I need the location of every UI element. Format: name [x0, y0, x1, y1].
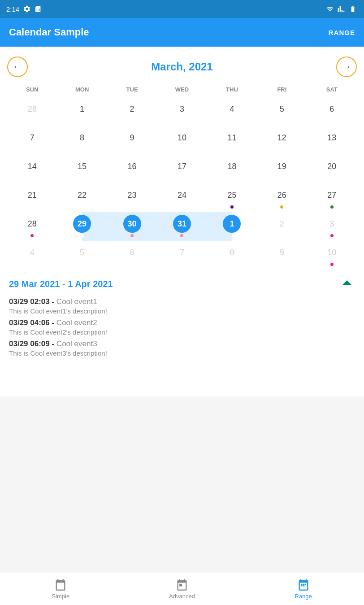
cal-cell-apr6[interactable]: 6 — [107, 241, 157, 270]
battery-icon — [348, 5, 358, 13]
cal-number-apr10: 10 — [323, 244, 341, 261]
cal-cell-28[interactable]: 28 — [7, 212, 57, 241]
bottom-nav: Simple Advanced Range — [0, 573, 364, 605]
cal-cell-5[interactable]: 5 — [257, 97, 307, 126]
day-header-thu: THU — [207, 84, 257, 95]
cal-number-13: 13 — [323, 129, 341, 147]
cal-cell-9[interactable]: 9 — [107, 126, 157, 155]
cal-cell-30[interactable]: 30 — [107, 212, 157, 241]
event-title-3: 03/29 06:09 - Cool event3 — [9, 339, 355, 348]
status-right — [325, 5, 358, 13]
signal-icon — [337, 5, 345, 13]
cal-cell-14[interactable]: 14 — [7, 155, 57, 183]
cal-number-apr1: 1 — [223, 215, 241, 233]
cal-cell-8[interactable]: 8 — [57, 126, 107, 155]
cal-cell-17[interactable]: 17 — [157, 155, 207, 183]
dot-green-27 — [330, 205, 334, 209]
cal-number-apr5: 5 — [73, 244, 91, 261]
cal-cell-apr1[interactable]: 1 — [207, 212, 257, 241]
dot-pink-28 — [30, 234, 34, 237]
cal-cell-apr7[interactable]: 7 — [157, 241, 207, 270]
cal-cell-11[interactable]: 11 — [207, 126, 257, 155]
cal-number-apr9: 9 — [273, 244, 291, 261]
cal-number-apr3: 3 — [323, 215, 341, 233]
cal-cell-15[interactable]: 15 — [57, 155, 107, 183]
cal-cell-apr8[interactable]: 8 — [207, 241, 257, 270]
cal-number-29: 29 — [73, 215, 91, 233]
cal-cell-12[interactable]: 12 — [257, 126, 307, 155]
dots-apr3 — [330, 234, 334, 237]
cal-number-6: 6 — [323, 100, 341, 118]
nav-label-range: Range — [295, 593, 312, 600]
cal-cell-2[interactable]: 2 — [107, 97, 157, 126]
day-header-sat: SAT — [307, 84, 357, 95]
cal-number-7: 7 — [23, 129, 41, 147]
cal-cell-10[interactable]: 10 — [157, 126, 207, 155]
cal-number-23: 23 — [123, 186, 141, 204]
cal-cell-apr10[interactable]: 10 — [307, 241, 357, 270]
cal-cell-feb28[interactable]: 28 — [7, 97, 57, 126]
cal-number-26: 26 — [273, 186, 291, 204]
cal-cell-26[interactable]: 26 — [257, 183, 307, 212]
cal-cell-16[interactable]: 16 — [107, 155, 157, 183]
prev-month-button[interactable]: ← — [7, 57, 28, 77]
day-headers: SUN MON TUE WED THU FRI SAT — [7, 84, 357, 97]
cal-number-9: 9 — [123, 129, 141, 147]
cal-number-apr6: 6 — [123, 244, 141, 261]
cal-number-8: 8 — [73, 129, 91, 147]
cal-cell-apr4[interactable]: 4 — [7, 241, 57, 270]
cal-number-20: 20 — [323, 157, 341, 175]
cal-cell-23[interactable]: 23 — [107, 183, 157, 212]
cal-number-18: 18 — [223, 157, 241, 175]
cal-cell-apr2[interactable]: 2 — [257, 212, 307, 241]
cal-number-24: 24 — [173, 186, 191, 204]
cal-cell-27[interactable]: 27 — [307, 183, 357, 212]
cal-cell-apr5[interactable]: 5 — [57, 241, 107, 270]
scroll-up-button[interactable] — [339, 276, 355, 292]
cal-cell-4[interactable]: 4 — [207, 97, 257, 126]
cal-cell-31[interactable]: 31 — [157, 212, 207, 241]
cal-cell-7[interactable]: 7 — [7, 126, 57, 155]
dots-30 — [130, 234, 134, 237]
svg-rect-1 — [303, 584, 305, 585]
cal-cell-18[interactable]: 18 — [207, 155, 257, 183]
cal-number-apr8: 8 — [223, 244, 241, 261]
svg-rect-2 — [305, 584, 306, 585]
cal-cell-apr9[interactable]: 9 — [257, 241, 307, 270]
cal-cell-3[interactable]: 3 — [157, 97, 207, 126]
nav-item-range[interactable]: Range — [243, 575, 364, 603]
up-arrow-icon — [340, 277, 354, 291]
day-header-sun: SUN — [7, 84, 57, 95]
cal-cell-apr3[interactable]: 3 — [307, 212, 357, 241]
nav-label-advanced: Advanced — [169, 593, 195, 600]
event-item-2[interactable]: 03/29 04:06 - Cool event2 This is Cool e… — [9, 318, 355, 336]
cal-number-4: 4 — [223, 100, 241, 118]
cal-cell-24[interactable]: 24 — [157, 183, 207, 212]
dot-pink-31 — [180, 234, 183, 237]
svg-rect-0 — [301, 584, 303, 585]
range-calendar-icon — [297, 579, 310, 591]
cal-number-1: 1 — [73, 100, 91, 118]
dots-28 — [30, 234, 34, 237]
cal-number-feb28: 28 — [23, 100, 41, 118]
month-header: ← March, 2021 → — [7, 52, 357, 84]
event-desc-2: This is Cool event2's description! — [9, 328, 355, 336]
cal-cell-25[interactable]: 25 — [207, 183, 257, 212]
cal-cell-6[interactable]: 6 — [307, 97, 357, 126]
event-item-1[interactable]: 03/29 02:03 - Cool event1 This is Cool e… — [9, 297, 355, 315]
next-month-button[interactable]: → — [336, 57, 357, 77]
dots-26 — [280, 205, 283, 209]
event-item-3[interactable]: 03/29 06:09 - Cool event3 This is Cool e… — [9, 339, 355, 357]
cal-cell-19[interactable]: 19 — [257, 155, 307, 183]
cal-number-apr7: 7 — [173, 244, 191, 261]
cal-cell-1[interactable]: 1 — [57, 97, 107, 126]
nav-item-simple[interactable]: Simple — [0, 575, 121, 603]
cal-cell-21[interactable]: 21 — [7, 183, 57, 212]
cal-cell-29[interactable]: 29 — [57, 212, 107, 241]
cal-cell-13[interactable]: 13 — [307, 126, 357, 155]
range-button[interactable]: RANGE — [329, 29, 355, 36]
gear-icon — [23, 5, 31, 13]
cal-cell-22[interactable]: 22 — [57, 183, 107, 212]
nav-item-advanced[interactable]: Advanced — [121, 575, 243, 603]
cal-cell-20[interactable]: 20 — [307, 155, 357, 183]
